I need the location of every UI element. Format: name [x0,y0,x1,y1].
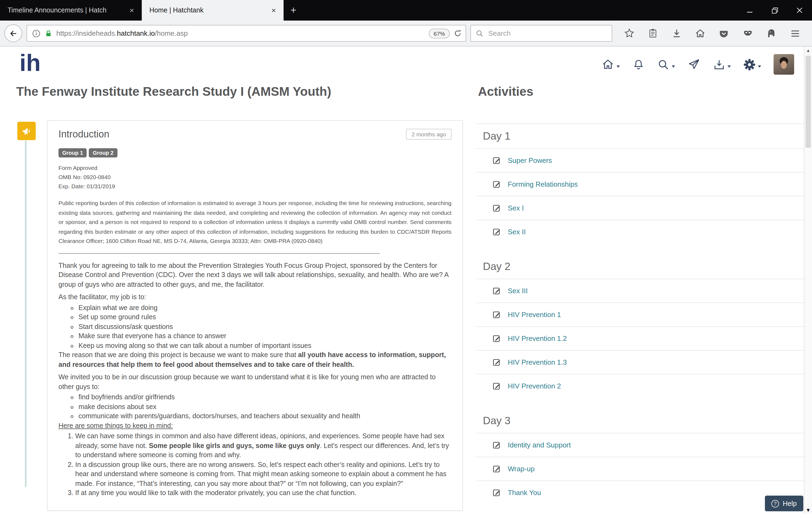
mask-extension-button[interactable] [740,25,756,41]
caret-down-icon [616,65,620,68]
downloads-button[interactable] [668,25,685,41]
scroll-up-arrow[interactable]: ▲ [805,48,812,53]
meta-line: Form Approved [58,163,452,173]
nav-downloads[interactable] [713,58,731,70]
reload-icon[interactable] [454,29,462,37]
nav-home[interactable] [602,58,620,71]
activity-row-wrap-up[interactable]: Wrap-up [476,457,804,480]
activity-row-sex-2[interactable]: Sex II [476,220,804,243]
group-badge: Group 1 [58,148,87,157]
url-bar[interactable]: https://insideheads.hatchtank.io/home.as… [27,25,466,42]
nav-search-icon [657,58,670,70]
form-meta: Form Approved OMB No: 0920-0840 Exp. Dat… [58,163,452,191]
screen: Timeline Announcements | Hatch × Home | … [0,0,812,514]
nav-home-icon [602,58,614,71]
activity-row-identity-and-support[interactable]: Identity and Support [476,433,804,457]
activity-link[interactable]: Identity and Support [508,441,571,449]
back-button[interactable] [4,24,22,42]
activity-link[interactable]: HIV Prevention 2 [508,382,561,390]
day-1-header: Day 1 [476,124,804,148]
star-icon [624,28,634,38]
facilitator-intro: As the facilitator, my job is to: [58,293,452,302]
zoom-level-indicator[interactable]: 67% [429,28,450,38]
user-avatar[interactable] [774,54,794,75]
activity-link[interactable]: Forming Relationships [508,180,578,188]
tab-title: Home | Hatchtank [149,6,265,14]
activity-link[interactable]: Sex III [508,287,528,295]
home-icon [695,28,705,38]
nav-send[interactable] [688,58,700,71]
edit-note-icon [493,382,501,390]
activity-link[interactable]: HIV Prevention 1.2 [508,334,567,342]
nav-search[interactable] [657,58,675,70]
activity-link[interactable]: Sex I [508,204,524,212]
group-badges: Group 1 Group 2 [58,148,452,157]
url-path: /home.asp [155,29,187,37]
invited-item: make decisions about sex [79,402,452,412]
url-text: https://insideheads.hatchtank.io/home.as… [56,29,425,37]
help-button[interactable]: ? Help [765,495,803,511]
activity-link[interactable]: Sex II [508,228,526,236]
keep-in-mind-list: We can have some things in common and al… [58,432,452,498]
activity-row-forming-relationships[interactable]: Forming Relationships [476,172,804,196]
activity-row-super-powers[interactable]: Super Powers [476,148,804,172]
menu-button[interactable] [787,25,803,41]
activity-row-sex-1[interactable]: Sex I [476,196,804,220]
edit-note-icon [493,287,501,295]
browser-titlebar: Timeline Announcements | Hatch × Home | … [0,0,812,21]
activity-row-hiv-prevention-2[interactable]: HIV Prevention 2 [476,374,804,398]
evernote-elephant-button[interactable] [763,25,780,41]
meta-line: Exp. Date: 01/31/2019 [58,182,452,191]
activity-row-thank-you[interactable]: Thank You [476,480,804,504]
reading-list-button[interactable] [645,25,661,41]
activity-link[interactable]: Super Powers [508,156,552,164]
activity-row-sex-3[interactable]: Sex III [476,279,804,302]
facilitator-item: Set up some ground rules [79,313,452,322]
announcement-body: Thank you for agreeing to talk to me abo… [58,261,452,498]
tab-home[interactable]: Home | Hatchtank × [142,0,284,21]
edit-note-icon [493,358,501,366]
new-tab-button[interactable]: + [284,0,303,21]
minimize-button[interactable] [737,0,762,21]
clipboard-icon [648,28,658,38]
activity-link[interactable]: HIV Prevention 1.3 [508,358,567,366]
tab-close-icon[interactable]: × [269,6,278,15]
edit-note-icon [493,156,501,164]
search-input[interactable] [487,29,607,38]
nav-settings[interactable] [743,58,761,70]
scroll-down-arrow[interactable]: ▼ [805,507,812,513]
tab-timeline-announcements[interactable]: Timeline Announcements | Hatch × [0,0,142,21]
activities-title: Activities [478,84,533,99]
caret-down-icon [672,65,675,68]
nav-notifications[interactable] [632,58,645,70]
home-button[interactable] [692,25,708,41]
activity-row-hiv-prevention-1[interactable]: HIV Prevention 1 [476,302,804,326]
restore-button[interactable] [762,0,787,21]
activity-row-hiv-prevention-1-3[interactable]: HIV Prevention 1.3 [476,350,804,374]
facilitator-item: Explain what we are doing [79,303,452,313]
pocket-button[interactable] [716,25,732,41]
scrollbar-thumb[interactable] [806,56,811,148]
vertical-scrollbar[interactable]: ▲ ▼ [804,47,812,514]
close-window-button[interactable] [787,0,812,21]
edit-note-icon [493,465,501,473]
secure-lock-icon[interactable] [45,29,53,38]
group-badge: Group 2 [89,148,117,157]
hatchtank-logo[interactable]: ih [20,48,40,78]
day-2-header: Day 2 [476,243,804,279]
activity-link[interactable]: Thank You [508,489,541,497]
site-nav [602,53,794,76]
search-box[interactable] [470,25,612,42]
bookmark-star-button[interactable] [621,25,637,41]
activity-link[interactable]: Wrap-up [508,465,534,473]
minimize-icon [747,7,753,13]
activity-link[interactable]: HIV Prevention 1 [508,310,561,319]
browser-toolbar: https://insideheads.hatchtank.io/home.as… [0,21,812,47]
activity-row-hiv-prevention-1-2[interactable]: HIV Prevention 1.2 [476,326,804,350]
timestamp-badge: 2 months ago [406,129,452,140]
tab-title: Timeline Announcements | Hatch [7,6,123,14]
edit-note-icon [493,441,501,449]
page-info-icon[interactable] [32,29,40,38]
tab-close-icon[interactable]: × [127,6,137,15]
window-controls [737,0,812,21]
